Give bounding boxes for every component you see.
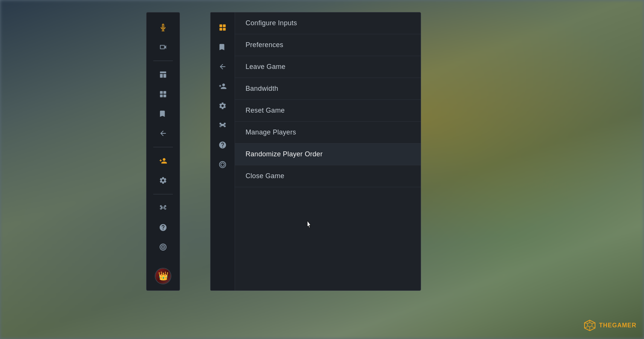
menu-section-3: Reset Game Manage Players Randomize Play…	[235, 100, 421, 165]
svg-rect-7	[220, 24, 222, 27]
preferences-item[interactable]: Preferences	[235, 34, 421, 56]
svg-rect-9	[220, 28, 222, 31]
randomize-player-order-item[interactable]: Randomize Player Order	[235, 144, 421, 165]
target-icon[interactable]	[155, 239, 171, 255]
menu-items-list: Configure Inputs Preferences Leave Game …	[235, 12, 421, 290]
sidebar-divider-2	[153, 147, 173, 147]
user-avatar[interactable]: 👑	[155, 268, 171, 284]
target-menu-icon[interactable]	[214, 156, 231, 173]
microphone-icon[interactable]	[155, 19, 171, 36]
thegamer-logo-icon	[584, 319, 596, 331]
svg-rect-8	[223, 24, 226, 27]
svg-rect-2	[163, 74, 166, 78]
back-menu-icon[interactable]	[214, 58, 231, 75]
add-user-icon[interactable]	[155, 153, 171, 169]
grid-menu-icon[interactable]	[214, 19, 231, 36]
menu-inner-sidebar	[211, 12, 235, 290]
svg-rect-4	[163, 91, 166, 94]
help-menu-icon[interactable]	[214, 137, 231, 153]
manage-players-item[interactable]: Manage Players	[235, 122, 421, 144]
svg-rect-6	[163, 95, 166, 97]
svg-line-12	[584, 323, 588, 324]
svg-rect-5	[160, 95, 163, 97]
reset-game-item[interactable]: Reset Game	[235, 100, 421, 122]
svg-line-15	[584, 327, 588, 328]
configure-inputs-item[interactable]: Configure Inputs	[235, 12, 421, 34]
command-menu-icon[interactable]	[214, 117, 231, 134]
watermark-text: THEGAMER	[599, 322, 636, 329]
video-icon[interactable]	[155, 39, 171, 55]
grid-icon[interactable]	[155, 86, 171, 102]
leave-game-item[interactable]: Leave Game	[235, 56, 421, 78]
avatar-image: 👑	[156, 269, 171, 284]
bandwidth-item[interactable]: Bandwidth	[235, 78, 421, 99]
svg-rect-0	[160, 72, 166, 73]
menu-section-2: Leave Game Bandwidth	[235, 56, 421, 100]
command-icon[interactable]	[155, 200, 171, 216]
main-menu-panel: Configure Inputs Preferences Leave Game …	[210, 12, 421, 291]
menu-section-1: Configure Inputs Preferences	[235, 12, 421, 56]
left-sidebar: 👑	[146, 12, 180, 291]
settings-menu-icon[interactable]	[214, 98, 231, 114]
settings-icon[interactable]	[155, 172, 171, 189]
svg-rect-1	[160, 74, 163, 78]
close-game-item[interactable]: Close Game	[235, 165, 421, 187]
svg-rect-10	[223, 28, 226, 31]
add-player-menu-icon[interactable]	[214, 78, 231, 95]
help-icon[interactable]	[155, 219, 171, 236]
save-menu-icon[interactable]	[214, 39, 231, 55]
sidebar-divider-1	[153, 61, 173, 61]
back-icon[interactable]	[155, 125, 171, 142]
svg-line-13	[592, 323, 595, 324]
sidebar-divider-3	[153, 194, 173, 194]
save-icon[interactable]	[155, 105, 171, 122]
watermark: THEGAMER	[584, 319, 636, 331]
menu-section-4: Close Game	[235, 165, 421, 187]
layout-icon[interactable]	[155, 66, 171, 83]
svg-rect-3	[160, 91, 163, 94]
svg-line-16	[592, 327, 595, 328]
